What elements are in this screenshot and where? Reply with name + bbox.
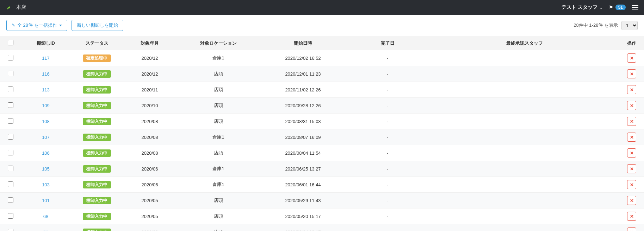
table-row: 116棚卸入力中2020/12店頭2020/12/01 11:23-✕ <box>0 66 644 82</box>
cell-complete: - <box>345 98 430 114</box>
cell-location: 倉庫1 <box>176 129 261 145</box>
delete-button[interactable]: ✕ <box>627 212 636 221</box>
cell-ym: 2020/03 <box>123 224 176 231</box>
cell-start: 2020/12/02 16:52 <box>261 50 345 66</box>
cell-ym: 2020/12 <box>123 66 176 82</box>
stocktake-id-link[interactable]: 109 <box>42 103 50 108</box>
cell-staff <box>430 66 619 82</box>
row-checkbox[interactable] <box>8 229 13 231</box>
cell-location: 店頭 <box>176 66 261 82</box>
cell-complete: - <box>345 82 430 98</box>
col-header-start: 開始日時 <box>261 36 345 50</box>
delete-button[interactable]: ✕ <box>627 180 636 189</box>
col-header-ops: 操作 <box>619 36 644 50</box>
store-name[interactable]: 本店 <box>16 4 26 11</box>
delete-button[interactable]: ✕ <box>627 196 636 205</box>
status-badge: 棚卸入力中 <box>83 229 111 231</box>
stocktake-id-link[interactable]: 113 <box>42 87 50 92</box>
col-header-location: 対象ロケーション <box>176 36 261 50</box>
select-all-checkbox[interactable] <box>8 40 13 45</box>
delete-button[interactable]: ✕ <box>627 133 636 142</box>
stocktake-id-link[interactable]: 117 <box>42 56 50 61</box>
delete-button[interactable]: ✕ <box>627 227 636 231</box>
col-header-complete: 完了日 <box>345 36 430 50</box>
cell-ym: 2020/06 <box>123 161 176 177</box>
table-row: 109棚卸入力中2020/10店頭2020/09/28 12:26-✕ <box>0 98 644 114</box>
user-name: テスト スタッフ <box>562 4 597 11</box>
delete-button[interactable]: ✕ <box>627 148 636 158</box>
stocktake-id-link[interactable]: 103 <box>42 182 50 187</box>
cell-staff <box>430 177 619 193</box>
row-checkbox[interactable] <box>8 181 13 187</box>
row-checkbox[interactable] <box>8 166 13 171</box>
status-badge: 棚卸入力中 <box>83 197 111 204</box>
status-badge: 棚卸入力中 <box>83 102 111 109</box>
row-checkbox[interactable] <box>8 86 13 92</box>
status-badge: 棚卸入力中 <box>83 134 111 141</box>
cell-ym: 2020/08 <box>123 129 176 145</box>
cell-ym: 2020/06 <box>123 177 176 193</box>
cell-staff <box>430 224 619 231</box>
menu-icon[interactable] <box>632 5 638 9</box>
row-checkbox[interactable] <box>8 134 13 140</box>
table-row: 117確定処理中2020/12倉庫12020/12/02 16:52-✕ <box>0 50 644 66</box>
delete-button[interactable]: ✕ <box>627 85 636 94</box>
topbar-right: テスト スタッフ ⌄ ⚑ 51 <box>562 4 638 11</box>
stocktake-id-link[interactable]: 68 <box>43 214 48 219</box>
bulk-action-label: 全 28件 を一括操作 <box>17 22 57 28</box>
cell-start: 2020/12/01 11:23 <box>261 66 345 82</box>
cell-start: 2020/06/01 16:44 <box>261 177 345 193</box>
bulk-action-button[interactable]: ✎ 全 28件 を一括操作 <box>6 20 67 31</box>
status-badge: 棚卸入力中 <box>83 149 111 157</box>
cell-complete: - <box>345 208 430 224</box>
stocktake-id-link[interactable]: 50 <box>43 230 48 231</box>
toolbar: ✎ 全 28件 を一括操作 新しい棚卸しを開始 28件中 1-28件 を表示 1 <box>0 15 644 36</box>
delete-button[interactable]: ✕ <box>627 164 636 173</box>
delete-button[interactable]: ✕ <box>627 101 636 110</box>
user-dropdown[interactable]: テスト スタッフ ⌄ <box>562 4 602 11</box>
cell-start: 2020/03/24 13:17 <box>261 224 345 231</box>
stocktake-id-link[interactable]: 106 <box>42 150 50 156</box>
status-badge: 確定処理中 <box>83 54 111 62</box>
cell-ym: 2020/05 <box>123 193 176 208</box>
table-row: 101棚卸入力中2020/05店頭2020/05/29 11:43-✕ <box>0 193 644 208</box>
delete-button[interactable]: ✕ <box>627 117 636 126</box>
notifications[interactable]: ⚑ 51 <box>609 5 626 10</box>
row-checkbox[interactable] <box>8 118 13 124</box>
stocktake-id-link[interactable]: 116 <box>42 71 50 77</box>
cell-location: 店頭 <box>176 193 261 208</box>
new-stocktake-button[interactable]: 新しい棚卸しを開始 <box>72 20 123 31</box>
cell-complete: - <box>345 177 430 193</box>
stocktake-id-link[interactable]: 105 <box>42 166 50 172</box>
row-checkbox[interactable] <box>8 150 13 155</box>
topbar: 本店 テスト スタッフ ⌄ ⚑ 51 <box>0 0 644 15</box>
row-checkbox[interactable] <box>8 213 13 219</box>
cell-location: 倉庫1 <box>176 50 261 66</box>
cell-complete: - <box>345 114 430 129</box>
table-row: 68棚卸入力中2020/05店頭2020/05/20 15:17-✕ <box>0 208 644 224</box>
col-header-ym: 対象年月 <box>123 36 176 50</box>
stocktake-id-link[interactable]: 108 <box>42 119 50 124</box>
stocktake-id-link[interactable]: 101 <box>42 198 50 203</box>
cell-start: 2020/05/29 11:43 <box>261 193 345 208</box>
flag-icon: ⚑ <box>609 5 613 10</box>
cell-start: 2020/08/31 15:03 <box>261 114 345 129</box>
row-checkbox[interactable] <box>8 71 13 76</box>
notification-badge: 51 <box>615 5 626 10</box>
page-select[interactable]: 1 <box>621 21 638 30</box>
cell-ym: 2020/08 <box>123 114 176 129</box>
cell-location: 倉庫1 <box>176 161 261 177</box>
row-checkbox[interactable] <box>8 102 13 108</box>
cell-complete: - <box>345 145 430 161</box>
stocktake-id-link[interactable]: 107 <box>42 135 50 140</box>
col-header-id: 棚卸しID <box>21 36 70 50</box>
cell-start: 2020/08/04 11:54 <box>261 145 345 161</box>
status-badge: 棚卸入力中 <box>83 213 111 220</box>
delete-button[interactable]: ✕ <box>627 53 636 63</box>
cell-staff <box>430 129 619 145</box>
delete-button[interactable]: ✕ <box>627 69 636 78</box>
chevron-down-icon: ⌄ <box>600 6 602 9</box>
cell-start: 2020/06/25 13:27 <box>261 161 345 177</box>
row-checkbox[interactable] <box>8 55 13 60</box>
row-checkbox[interactable] <box>8 197 13 203</box>
